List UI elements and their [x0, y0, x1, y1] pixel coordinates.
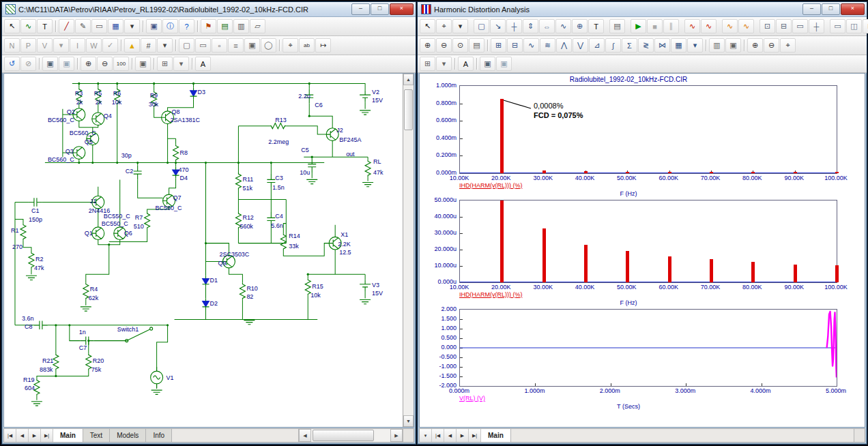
zoom-fit-icon[interactable]: ⊙ [452, 38, 468, 53]
polar-grid-icon[interactable]: ⊕ [572, 19, 588, 33]
tab-main[interactable]: Main [481, 429, 511, 442]
scale-mode-icon[interactable]: ↘ [490, 19, 506, 33]
image-icon[interactable]: ▣ [135, 57, 151, 71]
harmonic-bar[interactable] [794, 172, 797, 174]
harmonic-bar[interactable] [751, 262, 755, 282]
grid-toggle-icon[interactable]: # [141, 38, 156, 53]
analysis-titlebar[interactable]: Harmonic Distortion Analysis –□× [418, 2, 867, 17]
zoom-out-icon[interactable]: ⊖ [436, 38, 452, 53]
node-voltages-icon[interactable]: V [37, 38, 53, 53]
find-component-icon[interactable]: ⌖ [283, 38, 298, 53]
plot-area[interactable]: 0,0008%FCD = 0,075% [459, 85, 837, 174]
harmonic-bar[interactable] [835, 265, 839, 282]
multi-wave-icon[interactable]: ≋ [540, 38, 555, 53]
select-arrow-icon[interactable]: ↖ [420, 19, 435, 33]
border-icon[interactable]: ▣ [244, 38, 260, 53]
currents-icon[interactable]: I [70, 38, 85, 53]
integral-icon[interactable]: ∫ [605, 38, 621, 53]
add-waveform-icon[interactable]: ∿ [722, 19, 738, 33]
redo-icon[interactable]: ⊘ [20, 57, 36, 71]
zoom-in-icon[interactable]: ⊕ [81, 57, 96, 71]
pause-icon[interactable]: ∥ [663, 19, 679, 33]
harmonic-bar[interactable] [500, 200, 504, 282]
paste-icon[interactable]: ▣ [146, 19, 162, 33]
split-vertical-icon[interactable]: ⊟ [863, 19, 868, 33]
new-sheet-icon[interactable]: ▱ [250, 19, 265, 33]
schematic-horizontal-scrollbar[interactable]: ◀ ▶ [298, 429, 403, 442]
scroll-up-icon[interactable]: ▲ [403, 74, 414, 85]
delete-waveform-icon[interactable]: ∿ [738, 19, 754, 33]
remove-page-icon[interactable]: ▭ [195, 38, 211, 53]
series-label[interactable]: IHD(HARM(v(RL))) (%) [459, 291, 865, 299]
pin-numbers-icon[interactable]: P [20, 38, 36, 53]
one-plot-icon[interactable]: ▭ [830, 19, 845, 33]
properties-icon[interactable]: ▤ [609, 19, 625, 33]
vertical-scroll-thumb[interactable] [404, 89, 413, 130]
scroll-down-icon[interactable]: ▼ [403, 415, 414, 427]
ruler-icon[interactable]: ▭ [792, 19, 808, 33]
stop-icon[interactable]: ■ [647, 19, 663, 33]
data-points-icon[interactable]: ⊡ [760, 19, 775, 33]
plot-area[interactable] [459, 200, 837, 283]
schematic-canvas[interactable]: R32kR52kR610kR930kD3Q82SA1381C2.2uC6V215… [4, 74, 403, 427]
harmonic-bar[interactable] [542, 228, 546, 282]
first-page-icon[interactable]: |◀ [432, 429, 444, 442]
prev-page-icon[interactable]: ◀ [16, 429, 29, 442]
warning-triangle-icon[interactable]: ▲ [124, 38, 140, 53]
horizontal-scroll-thumb[interactable] [313, 430, 374, 441]
mode-grid-icon[interactable]: ⊞ [420, 57, 435, 71]
harmonic-bar[interactable] [668, 256, 671, 282]
plot-page-dropdown-icon[interactable]: ▾ [420, 429, 432, 442]
series-label[interactable]: V(RL) (V) [459, 395, 865, 403]
node-numbers-icon[interactable]: N [4, 38, 20, 53]
pages-icon[interactable]: ▣ [725, 38, 741, 53]
wave-plot-icon[interactable]: ∿ [523, 38, 539, 53]
prev-page-icon[interactable]: ◀ [444, 429, 457, 442]
plot-area[interactable] [459, 309, 837, 387]
harmonic-bar[interactable] [626, 251, 629, 282]
harmonic-bar[interactable] [584, 245, 588, 282]
picture-tool-icon[interactable]: ▦ [108, 19, 124, 33]
log-plot-icon[interactable]: ⊟ [507, 38, 523, 53]
show-pages-icon[interactable]: ▤ [217, 19, 233, 33]
last-page-icon[interactable]: ▶| [41, 429, 53, 442]
undo-icon[interactable]: ↺ [4, 57, 20, 71]
repeat-find-icon[interactable]: ↦ [315, 38, 331, 53]
clip-data-icon[interactable]: ∿ [701, 19, 717, 33]
compare-icon[interactable]: ≷ [638, 38, 654, 53]
minimize-button[interactable]: – [802, 3, 821, 15]
restore-button[interactable]: □ [371, 3, 389, 15]
text-mode-icon[interactable]: T [588, 19, 604, 33]
find-text-icon[interactable]: ab [299, 38, 315, 53]
magnify-out-icon[interactable]: ⊖ [764, 38, 779, 53]
next-page-icon[interactable]: ▶ [457, 429, 469, 442]
harmonic-bar[interactable] [626, 172, 629, 174]
flag-mode-icon[interactable]: ⚑ [201, 19, 216, 33]
linear-plot-icon[interactable]: ⊞ [491, 38, 506, 53]
copy-icon[interactable]: ▣ [480, 57, 495, 71]
zoom-out-icon[interactable]: ⊖ [97, 57, 113, 71]
slope-icon[interactable]: ⊿ [589, 38, 605, 53]
circle-icon[interactable]: ◯ [261, 38, 276, 53]
font-icon[interactable]: A [458, 57, 474, 71]
harmonic-bar[interactable] [710, 259, 713, 282]
harmonic-bar[interactable] [710, 172, 713, 174]
dropdown-arrow-icon[interactable]: ▾ [124, 19, 140, 33]
close-button[interactable]: × [841, 3, 865, 15]
harmonic-bar[interactable] [584, 171, 588, 173]
text-mode-icon[interactable]: T [37, 19, 53, 33]
next-page-icon[interactable]: ▶ [29, 429, 41, 442]
plot-dropdown-icon[interactable]: ▾ [687, 38, 703, 53]
run-icon[interactable]: ▶ [631, 19, 646, 33]
fft-icon[interactable]: ⋈ [654, 38, 670, 53]
close-button[interactable]: × [390, 3, 414, 15]
conditions-icon[interactable]: ✓ [102, 38, 118, 53]
copy-icon[interactable]: ▣ [42, 57, 58, 71]
line-tool-icon[interactable]: ╱ [59, 19, 74, 33]
schematic-vertical-scrollbar[interactable]: ▲ ▼ [403, 74, 414, 427]
lower-envelope-icon[interactable]: ⋁ [573, 38, 588, 53]
zoom-in-icon[interactable]: ⊕ [420, 38, 435, 53]
split-horizontal-icon[interactable]: ◫ [846, 19, 862, 33]
cursor-dropdown-icon[interactable]: ▾ [452, 19, 468, 33]
vertical-tag-icon[interactable]: ⇕ [523, 19, 538, 33]
